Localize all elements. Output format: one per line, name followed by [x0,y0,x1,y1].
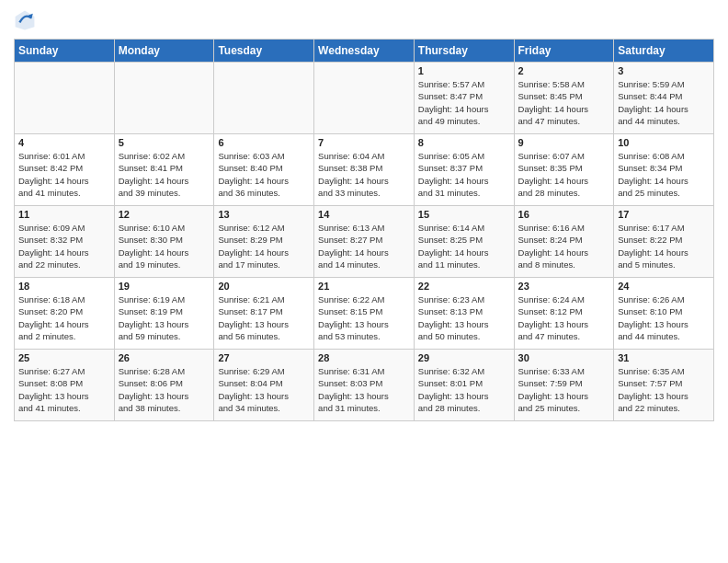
calendar-cell: 26Sunrise: 6:28 AM Sunset: 8:06 PM Dayli… [114,350,214,421]
day-number: 15 [418,209,510,220]
calendar-cell: 20Sunrise: 6:21 AM Sunset: 8:17 PM Dayli… [214,278,314,350]
calendar-cell: 17Sunrise: 6:17 AM Sunset: 8:22 PM Dayli… [614,206,714,278]
day-number: 3 [618,65,710,76]
day-header-saturday: Saturday [614,40,714,63]
day-info: Sunrise: 6:10 AM Sunset: 8:30 PM Dayligh… [119,222,210,270]
day-info: Sunrise: 6:13 AM Sunset: 8:27 PM Dayligh… [318,222,410,270]
day-number: 20 [218,281,310,292]
day-info: Sunrise: 6:19 AM Sunset: 8:19 PM Dayligh… [119,293,210,342]
day-info: Sunrise: 6:18 AM Sunset: 8:20 PM Dayligh… [18,293,110,342]
day-number: 30 [518,352,610,363]
day-info: Sunrise: 6:22 AM Sunset: 8:15 PM Dayligh… [318,293,410,342]
day-number: 21 [318,281,410,292]
day-number: 11 [18,209,110,220]
day-info: Sunrise: 6:05 AM Sunset: 8:37 PM Dayligh… [418,150,510,199]
calendar-week-row: 11Sunrise: 6:09 AM Sunset: 8:32 PM Dayli… [15,206,714,278]
calendar-cell: 7Sunrise: 6:04 AM Sunset: 8:38 PM Daylig… [314,134,415,206]
calendar-cell: 9Sunrise: 6:07 AM Sunset: 8:35 PM Daylig… [514,134,614,206]
day-number: 1 [418,65,510,76]
day-info: Sunrise: 6:02 AM Sunset: 8:41 PM Dayligh… [119,150,210,199]
day-number: 17 [618,209,710,220]
logo-icon [14,9,36,31]
calendar-cell: 27Sunrise: 6:29 AM Sunset: 8:04 PM Dayli… [214,350,314,421]
calendar-week-row: 1Sunrise: 5:57 AM Sunset: 8:47 PM Daylig… [15,63,714,134]
day-info: Sunrise: 6:17 AM Sunset: 8:22 PM Dayligh… [618,222,710,270]
day-info: Sunrise: 6:12 AM Sunset: 8:29 PM Dayligh… [218,222,310,270]
calendar-cell: 12Sunrise: 6:10 AM Sunset: 8:30 PM Dayli… [114,206,214,278]
calendar-week-row: 25Sunrise: 6:27 AM Sunset: 8:08 PM Dayli… [15,350,714,421]
day-number: 12 [119,209,210,220]
day-info: Sunrise: 6:32 AM Sunset: 8:01 PM Dayligh… [418,365,510,414]
day-info: Sunrise: 5:57 AM Sunset: 8:47 PM Dayligh… [418,78,510,127]
day-info: Sunrise: 6:16 AM Sunset: 8:24 PM Dayligh… [518,222,610,270]
day-info: Sunrise: 6:27 AM Sunset: 8:08 PM Dayligh… [18,365,110,414]
day-info: Sunrise: 6:03 AM Sunset: 8:40 PM Dayligh… [218,150,310,199]
calendar-cell: 5Sunrise: 6:02 AM Sunset: 8:41 PM Daylig… [114,134,214,206]
calendar-cell: 28Sunrise: 6:31 AM Sunset: 8:03 PM Dayli… [314,350,415,421]
day-number: 9 [518,137,610,148]
day-header-monday: Monday [114,40,214,63]
day-header-thursday: Thursday [414,40,514,63]
day-number: 10 [618,137,710,148]
calendar-cell: 21Sunrise: 6:22 AM Sunset: 8:15 PM Dayli… [314,278,415,350]
calendar-cell: 16Sunrise: 6:16 AM Sunset: 8:24 PM Dayli… [514,206,614,278]
calendar-cell: 8Sunrise: 6:05 AM Sunset: 8:37 PM Daylig… [414,134,514,206]
calendar-header-row: SundayMondayTuesdayWednesdayThursdayFrid… [15,40,714,63]
day-header-sunday: Sunday [15,40,115,63]
day-number: 24 [618,281,710,292]
day-header-friday: Friday [514,40,614,63]
svg-marker-0 [16,11,35,30]
day-number: 23 [518,281,610,292]
day-info: Sunrise: 6:04 AM Sunset: 8:38 PM Dayligh… [318,150,410,199]
day-header-wednesday: Wednesday [314,40,415,63]
calendar-cell: 25Sunrise: 6:27 AM Sunset: 8:08 PM Dayli… [15,350,115,421]
day-info: Sunrise: 6:24 AM Sunset: 8:12 PM Dayligh… [518,293,610,342]
day-number: 31 [618,352,710,363]
calendar-cell: 4Sunrise: 6:01 AM Sunset: 8:42 PM Daylig… [15,134,115,206]
header [14,9,714,31]
calendar-cell: 23Sunrise: 6:24 AM Sunset: 8:12 PM Dayli… [514,278,614,350]
day-number: 29 [418,352,510,363]
calendar-table: SundayMondayTuesdayWednesdayThursdayFrid… [14,39,714,421]
day-number: 7 [318,137,410,148]
calendar-cell [314,63,415,134]
main-container: SundayMondayTuesdayWednesdayThursdayFrid… [0,0,728,431]
calendar-cell: 11Sunrise: 6:09 AM Sunset: 8:32 PM Dayli… [15,206,115,278]
day-number: 25 [18,352,110,363]
calendar-cell: 30Sunrise: 6:33 AM Sunset: 7:59 PM Dayli… [514,350,614,421]
day-number: 6 [218,137,310,148]
day-number: 19 [119,281,210,292]
day-number: 2 [518,65,610,76]
day-info: Sunrise: 6:08 AM Sunset: 8:34 PM Dayligh… [618,150,710,199]
calendar-cell [214,63,314,134]
day-info: Sunrise: 6:29 AM Sunset: 8:04 PM Dayligh… [218,365,310,414]
day-header-tuesday: Tuesday [214,40,314,63]
calendar-cell: 3Sunrise: 5:59 AM Sunset: 8:44 PM Daylig… [614,63,714,134]
day-number: 16 [518,209,610,220]
day-info: Sunrise: 6:35 AM Sunset: 7:57 PM Dayligh… [618,365,710,414]
day-info: Sunrise: 6:26 AM Sunset: 8:10 PM Dayligh… [618,293,710,342]
calendar-cell: 31Sunrise: 6:35 AM Sunset: 7:57 PM Dayli… [614,350,714,421]
day-info: Sunrise: 6:01 AM Sunset: 8:42 PM Dayligh… [18,150,110,199]
calendar-cell: 1Sunrise: 5:57 AM Sunset: 8:47 PM Daylig… [414,63,514,134]
calendar-cell: 19Sunrise: 6:19 AM Sunset: 8:19 PM Dayli… [114,278,214,350]
day-info: Sunrise: 6:07 AM Sunset: 8:35 PM Dayligh… [518,150,610,199]
day-info: Sunrise: 5:58 AM Sunset: 8:45 PM Dayligh… [518,78,610,127]
day-number: 27 [218,352,310,363]
day-info: Sunrise: 6:23 AM Sunset: 8:13 PM Dayligh… [418,293,510,342]
day-info: Sunrise: 6:28 AM Sunset: 8:06 PM Dayligh… [119,365,210,414]
day-number: 28 [318,352,410,363]
day-info: Sunrise: 5:59 AM Sunset: 8:44 PM Dayligh… [618,78,710,127]
logo [14,9,43,31]
day-info: Sunrise: 6:21 AM Sunset: 8:17 PM Dayligh… [218,293,310,342]
day-number: 13 [218,209,310,220]
calendar-cell: 18Sunrise: 6:18 AM Sunset: 8:20 PM Dayli… [15,278,115,350]
day-info: Sunrise: 6:31 AM Sunset: 8:03 PM Dayligh… [318,365,410,414]
calendar-cell [114,63,214,134]
day-number: 4 [18,137,110,148]
calendar-cell: 22Sunrise: 6:23 AM Sunset: 8:13 PM Dayli… [414,278,514,350]
day-info: Sunrise: 6:33 AM Sunset: 7:59 PM Dayligh… [518,365,610,414]
calendar-cell: 10Sunrise: 6:08 AM Sunset: 8:34 PM Dayli… [614,134,714,206]
day-number: 8 [418,137,510,148]
day-info: Sunrise: 6:14 AM Sunset: 8:25 PM Dayligh… [418,222,510,270]
